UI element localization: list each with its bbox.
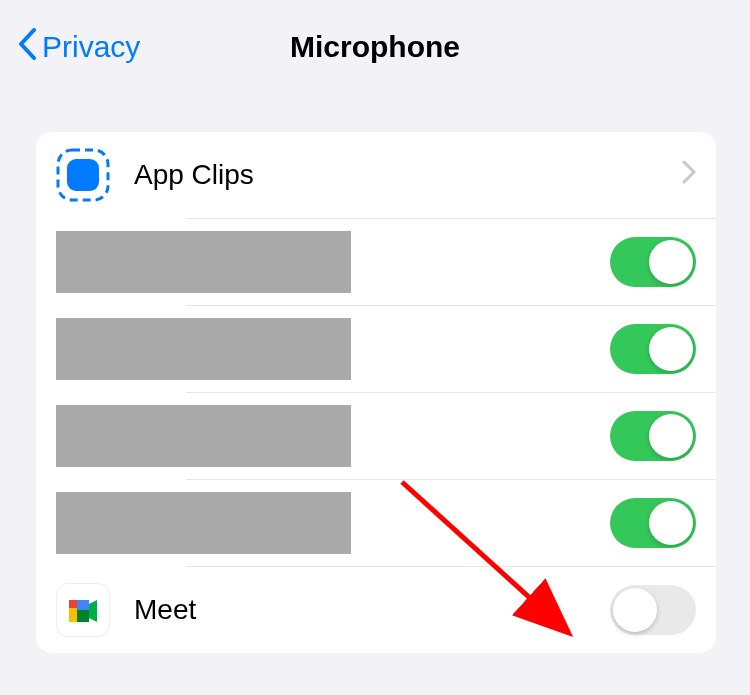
meet-row: Meet [36, 567, 716, 653]
back-label: Privacy [42, 30, 140, 64]
svg-rect-4 [77, 600, 89, 610]
svg-rect-1 [67, 159, 99, 191]
toggle-knob [613, 588, 657, 632]
app-row-redacted [36, 219, 716, 305]
microphone-toggle[interactable] [610, 411, 696, 461]
app-row-redacted [36, 393, 716, 479]
toggle-knob [649, 240, 693, 284]
microphone-toggle[interactable] [610, 324, 696, 374]
app-clips-row[interactable]: App Clips [36, 132, 716, 218]
redacted-content [56, 405, 351, 467]
svg-rect-3 [69, 608, 77, 622]
header: Privacy Microphone [0, 0, 750, 94]
settings-list: App Clips [36, 132, 716, 653]
row-label: Meet [134, 594, 610, 626]
toggle-knob [649, 327, 693, 371]
app-row-redacted [36, 480, 716, 566]
redacted-content [56, 231, 351, 293]
chevron-right-icon [682, 159, 696, 191]
app-row-redacted [36, 306, 716, 392]
svg-rect-2 [69, 600, 77, 608]
google-meet-icon [56, 583, 110, 637]
svg-rect-5 [77, 610, 89, 622]
chevron-left-icon [18, 28, 36, 66]
page-title: Microphone [290, 30, 460, 64]
toggle-knob [649, 414, 693, 458]
row-label: App Clips [134, 159, 682, 191]
back-button[interactable]: Privacy [18, 28, 140, 66]
redacted-content [56, 318, 351, 380]
microphone-toggle[interactable] [610, 498, 696, 548]
redacted-content [56, 492, 351, 554]
toggle-knob [649, 501, 693, 545]
app-clips-icon [56, 148, 110, 202]
meet-microphone-toggle[interactable] [610, 585, 696, 635]
microphone-toggle[interactable] [610, 237, 696, 287]
